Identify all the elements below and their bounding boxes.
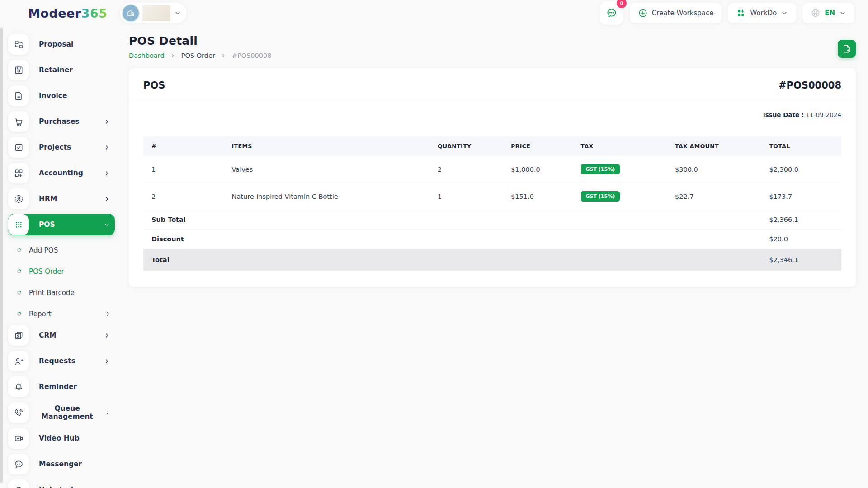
tax-badge: GST (15%) [581,191,620,202]
grid-plus-icon [736,8,746,18]
item-cell: 1 [143,156,224,183]
sidebar-subitem-add-pos[interactable]: Add POS [17,239,118,261]
reminder-icon [8,376,29,397]
sidebar-subitem-label: Add POS [29,246,58,254]
column-header: # [143,136,224,156]
tax-badge: GST (15%) [581,164,620,174]
pos-detail-card: POS #POS00008 Issue Date : 11-09-2024 #I… [129,68,856,287]
card-title: POS [143,80,165,91]
sidebar-item-hrm[interactable]: HRM [8,188,115,210]
item-cell: Valves [224,156,429,183]
sidebar-item-label: Messenger [39,460,82,468]
sidebar-item-pos[interactable]: POS [8,214,115,235]
sidebar-item-projects[interactable]: Projects [8,136,115,158]
workspace-logo-image [142,5,170,21]
summary-value: $2,346.1 [761,249,841,271]
item-row: 1Valves2$1,000.0GST (15%)$300.0$2,300.0 [143,156,841,183]
column-header: TOTAL [761,136,841,156]
sidebar-item-label: Helpdesk [39,486,75,488]
sidebar-subitem-label: Report [29,310,52,318]
sidebar-item-accounting[interactable]: Accounting [8,162,115,184]
sidebar-item-proposal[interactable]: Proposal [8,33,115,55]
building-icon [126,8,136,18]
column-header: ITEMS [224,136,429,156]
summary-row-total: Total$2,346.1 [143,249,841,271]
plus-circle-icon [638,8,648,18]
chevron-right-icon [221,53,226,59]
chevron-right-icon [104,118,110,125]
sidebar-item-messenger[interactable]: Messenger [8,453,115,475]
app-logo[interactable]: Modeer365 [28,6,108,20]
messages-button[interactable]: 0 [600,1,623,25]
crm-icon [8,325,29,346]
workdo-menu-button[interactable]: WorkDo [728,3,796,23]
invoice-icon [8,85,29,106]
requests-icon [8,351,29,371]
tax-cell: GST (15%) [573,156,667,183]
summary-label: Discount [143,230,761,249]
sidebar-subitem-label: Print Barcode [29,289,75,297]
chevron-right-icon [104,170,110,177]
chevron-right-icon [104,196,110,202]
workspace-avatar [123,5,139,21]
tax-cell: GST (15%) [573,183,667,210]
sidebar-item-crm[interactable]: CRM [8,324,115,346]
page-header: POS Detail Dashboard POS Order #POS00008 [129,34,856,59]
purchases-icon [8,111,29,132]
item-cell: $22.7 [667,183,761,210]
queue-icon [8,402,29,423]
message-count-badge: 0 [617,0,627,8]
sidebar-item-queue-management[interactable]: Queue Management [8,402,115,423]
create-workspace-button[interactable]: Create Workspace [630,3,722,23]
topbar-actions: 0 Create Workspace WorkDo EN [600,1,854,25]
item-cell: $1,000.0 [503,156,572,183]
column-header: TAX [573,136,667,156]
sidebar-item-invoice[interactable]: Invoice [8,85,115,107]
sidebar-item-label: POS [39,221,55,229]
divider [129,101,856,101]
sidebar-subitem-print-barcode[interactable]: Print Barcode [17,282,118,303]
summary-row-discount: Discount$20.0 [143,230,841,249]
sidebar-item-label: Reminder [39,383,77,391]
sidebar-item-reminder[interactable]: Reminder [8,376,115,398]
logo-text-primary: Modeer [28,6,81,20]
item-cell: $2,300.0 [761,156,841,183]
breadcrumb-dashboard-link[interactable]: Dashboard [129,52,165,59]
create-invoice-button[interactable] [838,40,856,58]
sidebar-item-label: Queue Management [39,404,95,421]
language-selector[interactable]: EN [802,3,854,23]
column-header: QUANTITY [429,136,503,156]
items-table: #ITEMSQUANTITYPRICETAXTAX AMOUNTTOTAL 1V… [143,136,841,271]
summary-value: $2,366.1 [761,210,841,230]
summary-value: $20.0 [761,230,841,249]
sidebar-item-video-hub[interactable]: Video Hub [8,427,115,449]
sidebar-item-purchases[interactable]: Purchases [8,111,115,132]
chevron-down-icon [781,9,788,17]
table-head: #ITEMSQUANTITYPRICETAXTAX AMOUNTTOTAL [143,136,841,156]
sidebar-item-label: Proposal [39,40,73,48]
item-row: 2Nature-Inspired Vitamin C Bottle1$151.0… [143,183,841,210]
breadcrumb-pos-order: POS Order [181,52,215,59]
bullet-icon [16,311,22,317]
chevron-right-icon [104,221,110,228]
sidebar-subitem-report[interactable]: Report [17,303,118,324]
sidebar-item-label: CRM [39,331,57,339]
bullet-icon [16,247,22,253]
main-content: POS Detail Dashboard POS Order #POS00008 [118,26,868,488]
item-cell: 2 [143,183,224,210]
workspace-selector[interactable] [120,3,187,23]
sidebar: ProposalRetainerInvoicePurchasesProjects… [0,26,118,488]
projects-icon [8,137,29,158]
sidebar-subitem-pos-order[interactable]: POS Order [17,261,118,282]
globe-icon [811,8,821,18]
sidebar-scrollbar[interactable] [0,27,3,483]
sidebar-item-retainer[interactable]: Retainer [8,59,115,81]
logo-text-suffix: 365 [81,6,108,20]
summary-label: Total [143,249,761,271]
column-header: PRICE [503,136,572,156]
sidebar-item-label: HRM [39,195,57,203]
sidebar-item-requests[interactable]: Requests [8,350,115,372]
sidebar-item-helpdesk[interactable]: Helpdesk [8,479,115,488]
topbar: Modeer365 0 Create Workspace WorkDo [0,0,868,26]
page-title: POS Detail [129,34,272,47]
